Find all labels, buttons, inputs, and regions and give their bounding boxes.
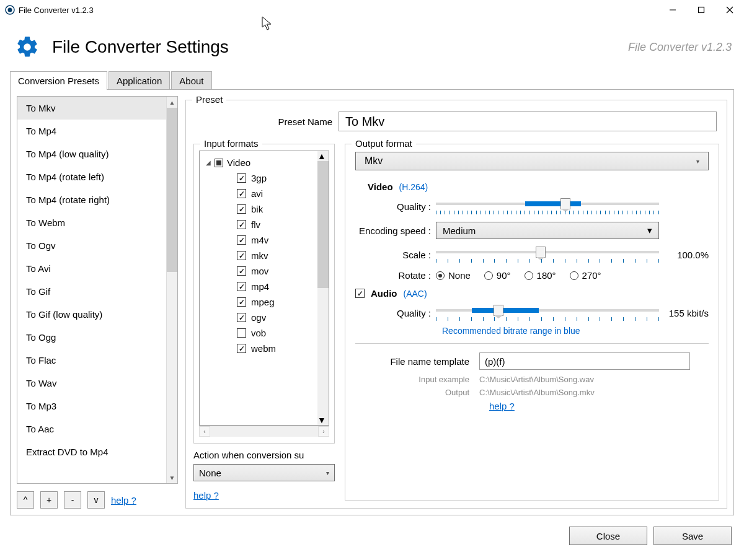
preset-item[interactable]: To Gif (low quality) [17, 303, 166, 326]
audio-section-label: Audio [371, 288, 397, 299]
preset-item[interactable]: Extract DVD to Mp4 [17, 440, 166, 463]
format-checkbox[interactable] [237, 328, 246, 338]
rotate-radios: None90°180°270° [436, 270, 659, 281]
preset-add-button[interactable]: + [40, 491, 58, 509]
preset-item[interactable]: To Mp4 [17, 120, 166, 142]
format-label: mov [251, 266, 268, 276]
format-checkbox[interactable] [237, 220, 246, 229]
formats-hscroll[interactable]: ‹› [199, 426, 329, 437]
preset-item[interactable]: To Mp3 [17, 395, 166, 418]
preset-move-up-button[interactable]: ^ [17, 491, 34, 509]
format-item[interactable]: webm [202, 341, 315, 356]
preset-move-down-button[interactable]: v [87, 491, 105, 509]
format-checkbox[interactable] [237, 282, 246, 291]
format-item[interactable]: bik [202, 201, 315, 217]
format-item[interactable]: m4v [202, 232, 315, 248]
preset-item[interactable]: To Webm [17, 211, 166, 234]
encoding-speed-label: Encoding speed : [355, 225, 436, 236]
chevron-down-icon: ▾ [326, 470, 329, 476]
formats-vscroll[interactable]: ▲▼ [317, 151, 329, 425]
audio-quality-slider[interactable] [436, 305, 659, 321]
preset-item[interactable]: To Ogg [17, 326, 166, 349]
group-checkbox[interactable] [215, 159, 223, 167]
save-button[interactable]: Save [653, 527, 732, 545]
rotate-option[interactable]: 270° [570, 270, 601, 281]
format-checkbox[interactable] [237, 189, 246, 198]
audio-enable-checkbox[interactable] [355, 289, 365, 298]
rotate-option[interactable]: 180° [525, 270, 556, 281]
format-item[interactable]: mpeg [202, 294, 315, 310]
format-label: ogv [251, 312, 266, 323]
svg-point-1 [8, 8, 12, 12]
audio-bitrate-note: Recommended bitrate range in blue [442, 326, 709, 336]
action-when-select[interactable]: None ▾ [193, 464, 335, 481]
rotate-option[interactable]: 90° [484, 270, 511, 281]
format-group-header[interactable]: ◢Video [202, 155, 315, 170]
minimize-button[interactable] [658, 0, 687, 20]
format-checkbox[interactable] [237, 313, 246, 322]
main-panel: To MkvTo Mp4To Mp4 (low quality)To Mp4 (… [10, 89, 734, 515]
preset-item[interactable]: To Avi [17, 257, 166, 280]
output-format-column: Output format Mkv ▾ Video (H.264) Qualit… [345, 140, 719, 501]
maximize-button[interactable] [687, 0, 715, 20]
format-item[interactable]: flv [202, 217, 315, 232]
preset-fieldset: Preset Preset Name Input formats ◢Video3… [185, 100, 727, 509]
format-item[interactable]: avi [202, 186, 315, 201]
encoding-speed-select[interactable]: Medium ▾ [436, 222, 659, 239]
preset-item[interactable]: To Mp4 (rotate right) [17, 188, 166, 211]
format-checkbox[interactable] [237, 173, 246, 183]
input-formats-fieldset: Input formats ◢Video3gpavibikflvm4vmkvmo… [193, 144, 335, 444]
video-quality-label: Quality : [355, 201, 436, 212]
format-item[interactable]: mkv [202, 248, 315, 263]
expand-icon: ◢ [206, 159, 211, 166]
format-checkbox[interactable] [237, 266, 246, 276]
preset-item[interactable]: To Ogv [17, 234, 166, 257]
format-label: flv [251, 219, 260, 230]
preset-item[interactable]: To Mp4 (rotate left) [17, 165, 166, 188]
rotate-option[interactable]: None [436, 270, 471, 281]
app-icon [5, 5, 15, 15]
fnt-help-link[interactable]: help ? [489, 401, 515, 411]
format-item[interactable]: mov [202, 263, 315, 279]
video-codec-label: (H.264) [399, 182, 428, 192]
output-format-legend: Output format [352, 138, 416, 149]
audio-codec-label: (AAC) [404, 289, 427, 299]
rotate-option-label: 180° [537, 270, 556, 281]
title-bar: File Converter v1.2.3 [0, 0, 744, 20]
scale-slider[interactable] [436, 247, 659, 263]
preset-item[interactable]: To Aac [17, 418, 166, 440]
output-format-select[interactable]: Mkv ▾ [355, 152, 709, 170]
fnt-output-ex: C:\Music\Artist\Album\Song.mkv [479, 388, 595, 397]
format-label: webm [251, 343, 276, 354]
preset-scrollbar[interactable]: ▲▼ [166, 97, 177, 483]
format-checkbox[interactable] [237, 344, 246, 353]
format-checkbox[interactable] [237, 204, 246, 214]
preset-item[interactable]: To Mp4 (low quality) [17, 142, 166, 165]
footer: Close Save [0, 523, 744, 554]
tab-application[interactable]: Application [108, 71, 170, 90]
preset-item[interactable]: To Wav [17, 372, 166, 395]
close-button-footer[interactable]: Close [569, 527, 647, 545]
format-checkbox[interactable] [237, 251, 246, 260]
format-item[interactable]: mp4 [202, 279, 315, 294]
fnt-input[interactable] [479, 352, 690, 370]
video-quality-slider[interactable] [436, 198, 659, 214]
format-item[interactable]: ogv [202, 310, 315, 325]
tab-about[interactable]: About [171, 71, 211, 90]
tab-presets[interactable]: Conversion Presets [10, 71, 107, 90]
header: File Converter Settings File Converter v… [0, 20, 744, 71]
preset-item[interactable]: To Gif [17, 280, 166, 303]
format-label: mpeg [251, 297, 275, 307]
preset-item[interactable]: To Flac [17, 349, 166, 372]
format-checkbox[interactable] [237, 297, 246, 307]
format-checkbox[interactable] [237, 235, 246, 245]
format-label: bik [251, 204, 263, 214]
format-item[interactable]: 3gp [202, 170, 315, 186]
preset-remove-button[interactable]: - [64, 491, 81, 509]
preset-help-link[interactable]: help ? [111, 495, 136, 505]
format-item[interactable]: vob [202, 325, 315, 341]
input-help-link[interactable]: help ? [193, 490, 335, 501]
preset-name-input[interactable] [339, 112, 717, 131]
close-button[interactable] [715, 0, 744, 20]
preset-item[interactable]: To Mkv [17, 97, 166, 120]
